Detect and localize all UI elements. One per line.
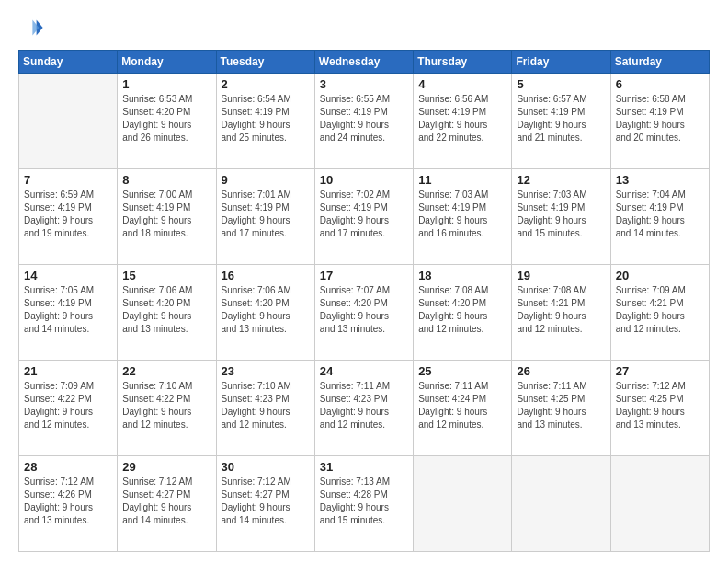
day-number: 26 — [517, 364, 605, 378]
day-info: Sunrise: 7:04 AM Sunset: 4:19 PM Dayligh… — [616, 189, 704, 240]
header — [18, 15, 710, 40]
day-number: 11 — [418, 173, 506, 187]
day-number: 23 — [222, 364, 310, 378]
calendar-cell — [19, 74, 118, 169]
calendar-cell: 23Sunrise: 7:10 AM Sunset: 4:23 PM Dayli… — [216, 361, 314, 456]
logo — [18, 15, 48, 40]
calendar-cell: 4Sunrise: 6:56 AM Sunset: 4:19 PM Daylig… — [414, 74, 512, 169]
calendar-cell: 26Sunrise: 7:11 AM Sunset: 4:25 PM Dayli… — [512, 361, 610, 456]
calendar-table: SundayMondayTuesdayWednesdayThursdayFrid… — [18, 50, 710, 552]
day-info: Sunrise: 6:57 AM Sunset: 4:19 PM Dayligh… — [517, 93, 605, 144]
day-number: 29 — [122, 460, 210, 474]
day-info: Sunrise: 7:01 AM Sunset: 4:19 PM Dayligh… — [222, 189, 310, 240]
day-info: Sunrise: 7:12 AM Sunset: 4:27 PM Dayligh… — [222, 476, 310, 527]
day-info: Sunrise: 7:10 AM Sunset: 4:23 PM Dayligh… — [222, 380, 310, 431]
calendar-cell: 5Sunrise: 6:57 AM Sunset: 4:19 PM Daylig… — [512, 74, 610, 169]
day-number: 3 — [320, 77, 408, 91]
calendar-cell: 29Sunrise: 7:12 AM Sunset: 4:27 PM Dayli… — [118, 456, 216, 552]
day-number: 9 — [222, 173, 310, 187]
calendar-cell: 11Sunrise: 7:03 AM Sunset: 4:19 PM Dayli… — [414, 169, 512, 265]
day-number: 20 — [616, 269, 704, 282]
calendar-cell: 22Sunrise: 7:10 AM Sunset: 4:22 PM Dayli… — [118, 361, 216, 456]
calendar-cell: 31Sunrise: 7:13 AM Sunset: 4:28 PM Dayli… — [314, 456, 413, 552]
day-info: Sunrise: 7:06 AM Sunset: 4:20 PM Dayligh… — [122, 284, 210, 336]
day-info: Sunrise: 7:09 AM Sunset: 4:22 PM Dayligh… — [24, 380, 112, 431]
calendar-week-row: 7Sunrise: 6:59 AM Sunset: 4:19 PM Daylig… — [19, 169, 710, 265]
day-of-week-header: Sunday — [19, 51, 118, 74]
calendar-cell: 17Sunrise: 7:07 AM Sunset: 4:20 PM Dayli… — [314, 265, 413, 361]
calendar-cell — [414, 456, 512, 552]
day-number: 4 — [418, 77, 506, 91]
day-number: 15 — [122, 269, 210, 282]
calendar-cell: 14Sunrise: 7:05 AM Sunset: 4:19 PM Dayli… — [19, 265, 118, 361]
day-of-week-header: Friday — [512, 51, 610, 74]
day-info: Sunrise: 7:05 AM Sunset: 4:19 PM Dayligh… — [24, 284, 112, 336]
calendar-cell: 15Sunrise: 7:06 AM Sunset: 4:20 PM Dayli… — [118, 265, 216, 361]
day-info: Sunrise: 7:02 AM Sunset: 4:19 PM Dayligh… — [320, 189, 408, 240]
calendar-cell: 2Sunrise: 6:54 AM Sunset: 4:19 PM Daylig… — [216, 74, 314, 169]
calendar-week-row: 14Sunrise: 7:05 AM Sunset: 4:19 PM Dayli… — [19, 265, 710, 361]
day-info: Sunrise: 7:03 AM Sunset: 4:19 PM Dayligh… — [517, 189, 605, 240]
calendar-cell: 28Sunrise: 7:12 AM Sunset: 4:26 PM Dayli… — [19, 456, 118, 552]
calendar-cell: 25Sunrise: 7:11 AM Sunset: 4:24 PM Dayli… — [414, 361, 512, 456]
calendar-cell: 13Sunrise: 7:04 AM Sunset: 4:19 PM Dayli… — [610, 169, 709, 265]
day-number: 1 — [122, 77, 210, 91]
day-info: Sunrise: 7:08 AM Sunset: 4:20 PM Dayligh… — [418, 284, 506, 336]
day-number: 28 — [24, 460, 112, 474]
day-number: 16 — [222, 269, 310, 282]
day-number: 18 — [418, 269, 506, 282]
day-of-week-header: Thursday — [414, 51, 512, 74]
calendar-cell: 12Sunrise: 7:03 AM Sunset: 4:19 PM Dayli… — [512, 169, 610, 265]
calendar-cell: 21Sunrise: 7:09 AM Sunset: 4:22 PM Dayli… — [19, 361, 118, 456]
calendar-cell: 9Sunrise: 7:01 AM Sunset: 4:19 PM Daylig… — [216, 169, 314, 265]
day-number: 24 — [320, 364, 408, 378]
day-info: Sunrise: 7:03 AM Sunset: 4:19 PM Dayligh… — [418, 189, 506, 240]
calendar-cell: 30Sunrise: 7:12 AM Sunset: 4:27 PM Dayli… — [216, 456, 314, 552]
calendar-cell — [610, 456, 709, 552]
day-number: 19 — [517, 269, 605, 282]
day-info: Sunrise: 6:53 AM Sunset: 4:20 PM Dayligh… — [122, 93, 210, 144]
logo-icon — [18, 15, 44, 40]
day-info: Sunrise: 7:12 AM Sunset: 4:26 PM Dayligh… — [24, 476, 112, 527]
calendar-cell: 19Sunrise: 7:08 AM Sunset: 4:21 PM Dayli… — [512, 265, 610, 361]
calendar-week-row: 21Sunrise: 7:09 AM Sunset: 4:22 PM Dayli… — [19, 361, 710, 456]
day-number: 30 — [222, 460, 310, 474]
day-info: Sunrise: 7:07 AM Sunset: 4:20 PM Dayligh… — [320, 284, 408, 336]
day-info: Sunrise: 7:10 AM Sunset: 4:22 PM Dayligh… — [122, 380, 210, 431]
calendar-week-row: 28Sunrise: 7:12 AM Sunset: 4:26 PM Dayli… — [19, 456, 710, 552]
calendar-cell: 27Sunrise: 7:12 AM Sunset: 4:25 PM Dayli… — [610, 361, 709, 456]
day-number: 25 — [418, 364, 506, 378]
day-info: Sunrise: 7:13 AM Sunset: 4:28 PM Dayligh… — [320, 476, 408, 527]
day-info: Sunrise: 6:58 AM Sunset: 4:19 PM Dayligh… — [616, 93, 704, 144]
day-number: 10 — [320, 173, 408, 187]
day-info: Sunrise: 7:12 AM Sunset: 4:27 PM Dayligh… — [122, 476, 210, 527]
day-number: 6 — [616, 77, 704, 91]
calendar-header-row: SundayMondayTuesdayWednesdayThursdayFrid… — [19, 51, 710, 74]
day-number: 14 — [24, 269, 112, 282]
day-number: 8 — [122, 173, 210, 187]
calendar-cell: 20Sunrise: 7:09 AM Sunset: 4:21 PM Dayli… — [610, 265, 709, 361]
page: SundayMondayTuesdayWednesdayThursdayFrid… — [0, 0, 728, 563]
day-info: Sunrise: 7:08 AM Sunset: 4:21 PM Dayligh… — [517, 284, 605, 336]
calendar-cell: 10Sunrise: 7:02 AM Sunset: 4:19 PM Dayli… — [314, 169, 413, 265]
day-number: 22 — [122, 364, 210, 378]
day-info: Sunrise: 7:11 AM Sunset: 4:23 PM Dayligh… — [320, 380, 408, 431]
calendar-cell — [512, 456, 610, 552]
calendar-cell: 1Sunrise: 6:53 AM Sunset: 4:20 PM Daylig… — [118, 74, 216, 169]
day-number: 7 — [24, 173, 112, 187]
day-number: 5 — [517, 77, 605, 91]
day-info: Sunrise: 7:11 AM Sunset: 4:25 PM Dayligh… — [517, 380, 605, 431]
day-info: Sunrise: 7:06 AM Sunset: 4:20 PM Dayligh… — [222, 284, 310, 336]
day-number: 17 — [320, 269, 408, 282]
day-number: 13 — [616, 173, 704, 187]
calendar-week-row: 1Sunrise: 6:53 AM Sunset: 4:20 PM Daylig… — [19, 74, 710, 169]
day-info: Sunrise: 6:54 AM Sunset: 4:19 PM Dayligh… — [222, 93, 310, 144]
day-info: Sunrise: 7:12 AM Sunset: 4:25 PM Dayligh… — [616, 380, 704, 431]
day-info: Sunrise: 6:59 AM Sunset: 4:19 PM Dayligh… — [24, 189, 112, 240]
day-info: Sunrise: 7:00 AM Sunset: 4:19 PM Dayligh… — [122, 189, 210, 240]
day-info: Sunrise: 6:56 AM Sunset: 4:19 PM Dayligh… — [418, 93, 506, 144]
day-number: 27 — [616, 364, 704, 378]
day-of-week-header: Wednesday — [314, 51, 413, 74]
day-of-week-header: Tuesday — [216, 51, 314, 74]
day-number: 21 — [24, 364, 112, 378]
